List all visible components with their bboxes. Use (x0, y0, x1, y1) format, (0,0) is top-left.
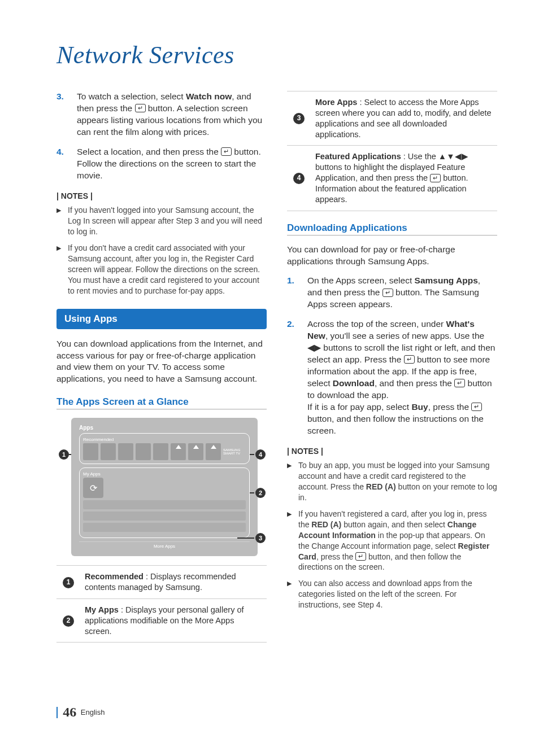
enter-icon (221, 147, 232, 156)
text: button again, and then select (341, 520, 447, 529)
mini-strip (83, 500, 246, 509)
sub-header-apps-glance: The Apps Screen at a Glance (56, 396, 267, 408)
note-text: If you haven't logged into your Samsung … (68, 205, 267, 237)
mini-tile (118, 443, 133, 460)
mini-tile (83, 443, 98, 460)
callout-table-right: 3 More Apps : Select to access the More … (287, 91, 497, 211)
mini-label: Recommended (83, 437, 246, 442)
text: , press the (428, 402, 472, 412)
callout-4: 4 (255, 449, 266, 460)
notes-header: | NOTES | (56, 191, 267, 200)
mini-tile (171, 443, 186, 460)
text: : Use the (401, 152, 438, 161)
enter-icon (355, 552, 366, 561)
mini-tile (101, 443, 116, 460)
downloading-paragraph: You can download for pay or free-of-char… (287, 244, 497, 268)
step-item: 2.Across the top of the screen, under Wh… (287, 318, 497, 436)
page-language: English (81, 708, 105, 716)
note-text: If you haven't registered a card, after … (298, 509, 497, 573)
page-footer: 46 English (56, 705, 105, 720)
table-row: 2 My Apps : Displays your personal galle… (56, 598, 267, 643)
cell-text: My Apps : Displays your personal gallery… (80, 598, 267, 643)
right-notes-list: ▶To buy an app, you must be logged into … (287, 460, 497, 610)
text: On the Apps screen, select (307, 276, 415, 285)
mini-row: SAMSUNG SMART TV (83, 443, 246, 460)
triangle-icon: ▶ (287, 509, 293, 573)
page-number: 46 (63, 705, 76, 719)
cell-text: Featured Applications : Use the ▲▼◀▶ but… (311, 146, 497, 211)
step-text: Across the top of the screen, under What… (307, 318, 497, 436)
mini-tile (188, 443, 203, 460)
footer-bar-icon (56, 707, 58, 718)
section-using-apps: Using Apps (56, 309, 267, 329)
note-text: To buy an app, you must be logged into y… (298, 460, 497, 503)
arrow-icons: ◀▶ (307, 343, 321, 352)
enter-icon (430, 174, 441, 182)
step-number: 4. (56, 146, 67, 182)
mini-myapps-box: My Apps (79, 467, 250, 538)
step-text: On the Apps screen, select Samsung Apps,… (307, 275, 497, 311)
badge-3: 3 (293, 113, 305, 124)
webbrowser-icon (83, 478, 103, 498)
cell-text: More Apps : Select to access the More Ap… (311, 91, 497, 146)
note-item: ▶If you haven't registered a card, after… (287, 509, 497, 573)
bold: RED (A) (366, 482, 396, 491)
callout-table-left: 1 Recommended : Displays recommended con… (56, 565, 267, 643)
apps-mini-screenshot: Apps Recommended SAMSUNG SMART TV (71, 418, 258, 556)
step-3: 3. To watch a selection, select Watch no… (56, 91, 267, 138)
cell-text: Recommended : Displays recommended conte… (80, 566, 267, 599)
text: , you'll see a series of new apps. Use t… (325, 331, 484, 340)
step-number: 3. (56, 91, 67, 138)
bold: More Apps (315, 98, 357, 107)
apps-screen-diagram: 1 Apps Recommended SAMSUNG SMART (56, 418, 267, 556)
left-column: 3. To watch a selection, select Watch no… (56, 91, 267, 643)
text: , and then press the (375, 378, 454, 388)
callout-line (250, 492, 254, 493)
triangle-icon: ▶ (56, 243, 62, 296)
step-4: 4. Select a location, and then press the… (56, 146, 267, 182)
text: Select a location, and then press the (77, 147, 221, 156)
note-item: ▶You can also access and download apps f… (287, 578, 497, 610)
text: button, and then follow the instructions… (307, 414, 484, 435)
table-row: 1 Recommended : Displays recommended con… (56, 566, 267, 599)
table-row: 3 More Apps : Select to access the More … (287, 91, 497, 146)
mini-tile (153, 443, 168, 460)
note-text: You can also access and download apps fr… (298, 578, 497, 610)
callout-3: 3 (255, 533, 266, 543)
text: Across the top of the screen, under (307, 319, 446, 329)
bold: Featured Applications (315, 152, 401, 161)
using-apps-paragraph: You can download applications from the I… (56, 338, 267, 386)
bold: Buy (411, 402, 428, 412)
mini-strip (83, 523, 246, 532)
callout-line (250, 454, 254, 455)
arrow-icons: ▲▼◀▶ (438, 152, 468, 161)
note-text: If you don't have a credit card associat… (68, 243, 267, 296)
step-text: To watch a selection, select Watch now, … (77, 91, 267, 138)
enter-icon (382, 289, 393, 297)
page-title: Network Services (56, 41, 497, 69)
bold: Samsung Apps (415, 276, 478, 285)
step-number: 2. (287, 318, 297, 436)
text: You can also access and download apps fr… (298, 579, 472, 609)
enter-icon (404, 355, 415, 364)
text: To watch a selection, select (77, 91, 186, 101)
bold: Recommended (85, 572, 144, 581)
mini-tile (136, 443, 151, 460)
note-item: ▶ If you don't have a credit card associ… (56, 243, 267, 296)
sub-header-downloading: Downloading Applications (287, 222, 497, 234)
triangle-icon: ▶ (287, 460, 293, 503)
right-column: 3 More Apps : Select to access the More … (287, 91, 497, 643)
text: , press the (316, 552, 355, 561)
callout-line (237, 537, 254, 539)
mini-brand: SAMSUNG SMART TV (223, 443, 246, 460)
badge-2: 2 (63, 615, 74, 627)
text: If it is a for pay app, select (307, 402, 411, 412)
divider (287, 235, 497, 236)
step-number: 1. (287, 275, 297, 311)
notes-header: | NOTES | (287, 447, 497, 456)
note-item: ▶ If you haven't logged into your Samsun… (56, 205, 267, 237)
step-text: Select a location, and then press the bu… (77, 146, 267, 182)
bold: Download (333, 378, 375, 388)
step-item: 1.On the Apps screen, select Samsung App… (287, 275, 497, 311)
bold: My Apps (85, 605, 119, 614)
